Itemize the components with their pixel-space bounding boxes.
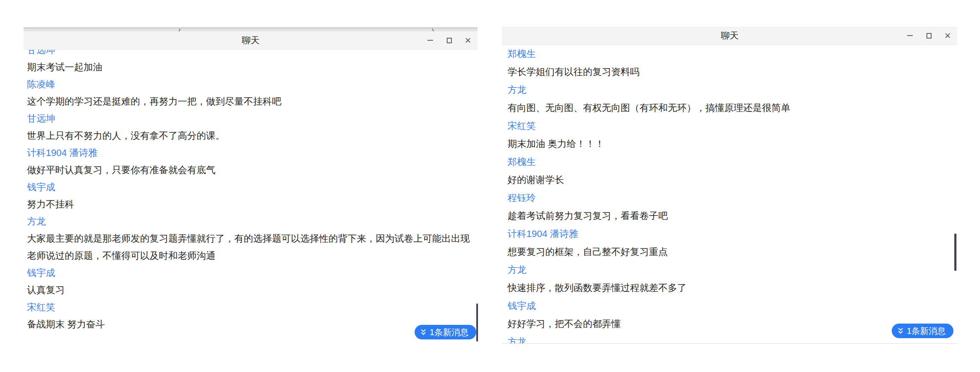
window-title: 聊天 bbox=[242, 34, 260, 46]
message-text: 努力不挂科 bbox=[27, 196, 474, 213]
message-text: 好好学习，把不会的都弄懂 bbox=[508, 315, 953, 333]
titlebar[interactable]: 聊天 ✕ bbox=[502, 27, 957, 45]
new-message-button[interactable]: 1条新消息 bbox=[892, 324, 953, 338]
scrollbar-thumb[interactable] bbox=[954, 234, 956, 271]
close-button[interactable]: ✕ bbox=[944, 32, 951, 39]
window-controls: ✕ bbox=[427, 31, 472, 49]
new-message-label: 1条新消息 bbox=[907, 325, 946, 337]
titlebar[interactable]: 聊天 ✕ bbox=[24, 31, 478, 50]
minimize-icon bbox=[907, 35, 913, 36]
window-controls: ✕ bbox=[906, 27, 951, 45]
new-message-label: 1条新消息 bbox=[430, 327, 469, 338]
message-text: 有向图、无向图、有权无向图（有环和无环），搞懂原理还是很简单 bbox=[508, 99, 953, 117]
sender-name: 陈凌峰 bbox=[27, 76, 474, 93]
sender-name: 甘远坤 bbox=[27, 50, 474, 59]
double-chevron-down-icon bbox=[420, 329, 427, 336]
maximize-icon bbox=[447, 38, 452, 43]
sender-name: 甘远坤 bbox=[27, 110, 474, 127]
message-text: 趁着考试前努力复习复习，看看卷子吧 bbox=[508, 207, 953, 225]
message-text: 认真复习 bbox=[27, 282, 474, 299]
chat-window-right: 聊天 ✕ 郑槐生学长学姐们有以往的复习资料吗方龙有向图、无向图、有权无向图（有环… bbox=[502, 27, 957, 344]
maximize-button[interactable] bbox=[445, 37, 453, 44]
sender-name: 宋红笑 bbox=[27, 299, 474, 316]
close-icon: ✕ bbox=[944, 32, 951, 39]
minimize-button[interactable] bbox=[906, 32, 914, 39]
maximize-button[interactable] bbox=[925, 32, 932, 39]
message-text: 学长学姐们有以往的复习资料吗 bbox=[508, 63, 953, 81]
message-text: 好的谢谢学长 bbox=[508, 171, 953, 189]
message-text: 期末考试一起加油 bbox=[27, 59, 474, 76]
sender-name: 郑槐生 bbox=[508, 153, 953, 171]
message-text: 大家最主要的就是那老师发的复习题弄懂就行了，有的选择题可以选择性的背下来，因为试… bbox=[27, 230, 474, 264]
message-text: 想要复习的框架，自己整不好复习重点 bbox=[508, 243, 953, 261]
chat-window-left: 聊天 ✕ 甘远坤期末考试一起加油陈凌峰这个学期的学习还是挺难的，再努力一把，做到… bbox=[24, 27, 478, 347]
message-text: 做好平时认真复习，只要你有准备就会有底气 bbox=[27, 162, 474, 179]
message-list[interactable]: 甘远坤期末考试一起加油陈凌峰这个学期的学习还是挺难的，再努力一把，做到尽量不挂科… bbox=[24, 50, 478, 347]
message-text: 备战期末 努力奋斗 bbox=[27, 316, 474, 333]
sender-name: 计科1904 潘诗雅 bbox=[508, 225, 953, 243]
sender-name: 钱宇成 bbox=[27, 264, 474, 282]
sender-name: 方龙 bbox=[508, 333, 953, 343]
sender-name: 方龙 bbox=[508, 81, 953, 99]
new-message-button[interactable]: 1条新消息 bbox=[415, 325, 476, 339]
message-text: 快速排序，散列函数要弄懂过程就差不多了 bbox=[508, 279, 953, 297]
sender-name: 宋红笑 bbox=[508, 117, 953, 135]
close-icon: ✕ bbox=[465, 37, 472, 44]
window-top-edge bbox=[24, 27, 478, 31]
scrollbar-thumb[interactable] bbox=[476, 303, 478, 342]
window-title: 聊天 bbox=[721, 30, 739, 42]
sender-name: 方龙 bbox=[508, 261, 953, 279]
sender-name: 钱宇成 bbox=[27, 179, 474, 196]
message-text: 世界上只有不努力的人，没有拿不了高分的课。 bbox=[27, 127, 474, 144]
maximize-icon bbox=[926, 33, 932, 39]
message-text: 这个学期的学习还是挺难的，再努力一把，做到尽量不挂科吧 bbox=[27, 93, 474, 110]
sender-name: 程钰玲 bbox=[508, 189, 953, 207]
message-list[interactable]: 郑槐生学长学姐们有以往的复习资料吗方龙有向图、无向图、有权无向图（有环和无环），… bbox=[502, 45, 957, 343]
sender-name: 郑槐生 bbox=[508, 45, 953, 63]
sender-name: 计科1904 潘诗雅 bbox=[27, 144, 474, 162]
minimize-icon bbox=[427, 40, 433, 41]
close-button[interactable]: ✕ bbox=[464, 37, 472, 44]
sender-name: 方龙 bbox=[27, 213, 474, 230]
message-text: 期末加油 奥力给！！！ bbox=[508, 135, 953, 153]
double-chevron-down-icon bbox=[897, 327, 904, 335]
minimize-button[interactable] bbox=[427, 37, 434, 44]
sender-name: 钱宇成 bbox=[508, 297, 953, 315]
